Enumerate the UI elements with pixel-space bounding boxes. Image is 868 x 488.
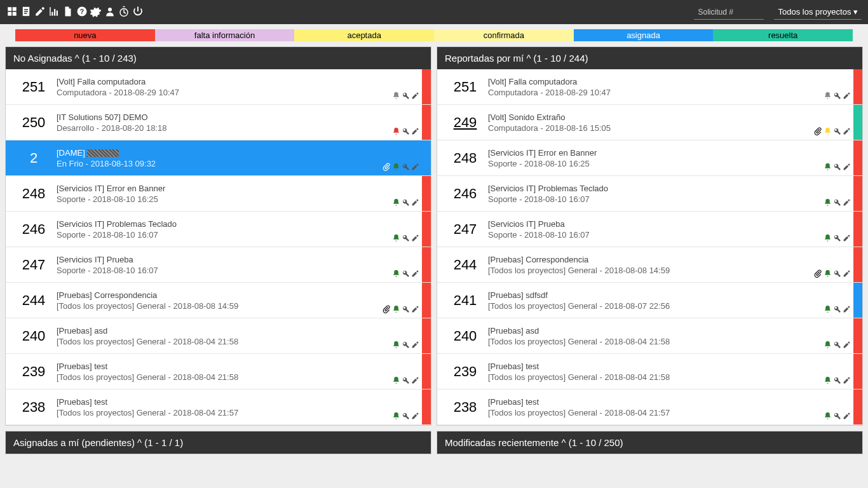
- edit-icon[interactable]: [34, 6, 46, 19]
- pencil-icon[interactable]: [843, 376, 851, 386]
- bell-green-icon[interactable]: [392, 198, 400, 208]
- pencil-icon[interactable]: [411, 269, 419, 280]
- status-falta-información[interactable]: falta información: [155, 29, 295, 41]
- panel-header-recently-modified[interactable]: Modificadas recientemente ^ (1 - 10 / 25…: [437, 431, 862, 454]
- pencil-icon[interactable]: [411, 341, 419, 351]
- bell-icon[interactable]: [392, 92, 400, 102]
- project-selector[interactable]: Todos los proyectos ▾: [774, 4, 862, 20]
- wrench-icon[interactable]: [833, 412, 841, 422]
- ticket-row[interactable]: 247[Servicios IT] PruebaSoporte - 2018-0…: [6, 247, 431, 283]
- wrench-icon[interactable]: [833, 92, 841, 102]
- help-icon[interactable]: [76, 6, 88, 19]
- bell-green-icon[interactable]: [824, 198, 832, 208]
- pencil-icon[interactable]: [411, 234, 419, 244]
- bell-green-icon[interactable]: [392, 341, 400, 351]
- status-nueva[interactable]: nueva: [15, 29, 155, 41]
- pencil-icon[interactable]: [411, 412, 419, 422]
- wrench-icon[interactable]: [833, 376, 841, 386]
- ticket-row[interactable]: 247[Servicios IT] PruebaSoporte - 2018-0…: [437, 212, 862, 247]
- ticket-row[interactable]: 238[Pruebas] test[Todos los proyectos] G…: [6, 390, 431, 425]
- bell-red-icon[interactable]: [392, 127, 400, 137]
- ticket-row[interactable]: 246[Servicios IT] Problemas TecladoSopor…: [437, 176, 862, 212]
- pencil-icon[interactable]: [843, 234, 851, 244]
- bell-green-icon[interactable]: [824, 412, 832, 422]
- ticket-row[interactable]: 248[Servicios IT] Error en BannerSoporte…: [6, 176, 431, 212]
- bell-green-icon[interactable]: [824, 305, 832, 315]
- status-asignada[interactable]: asignada: [574, 29, 714, 41]
- bell-green-icon[interactable]: [824, 269, 832, 280]
- power-icon[interactable]: [132, 6, 144, 19]
- panel-header-assigned-to-me[interactable]: Asignadas a mí (pendientes) ^ (1 - 1 / 1…: [6, 431, 431, 454]
- ticket-row[interactable]: 244[Pruebas] Correspondencia[Todos los p…: [437, 247, 862, 283]
- wrench-icon[interactable]: [402, 127, 410, 137]
- wrench-icon[interactable]: [833, 269, 841, 280]
- ticket-row[interactable]: 244[Pruebas] Correspondencia[Todos los p…: [6, 283, 431, 318]
- pencil-icon[interactable]: [843, 305, 851, 315]
- wrench-icon[interactable]: [402, 198, 410, 208]
- ticket-row[interactable]: 239[Pruebas] test[Todos los proyectos] G…: [6, 354, 431, 390]
- ticket-row[interactable]: 248[Servicios IT] Error en BannerSoporte…: [437, 140, 862, 176]
- pencil-icon[interactable]: [843, 269, 851, 280]
- clip-icon[interactable]: [383, 305, 391, 315]
- bell-green-icon[interactable]: [392, 376, 400, 386]
- bell-green-icon[interactable]: [392, 305, 400, 315]
- pencil-icon[interactable]: [843, 198, 851, 208]
- wrench-icon[interactable]: [833, 341, 841, 351]
- ticket-row[interactable]: 251[Volt] Falla computadoraComputadora -…: [437, 69, 862, 105]
- pencil-icon[interactable]: [411, 92, 419, 102]
- bell-green-icon[interactable]: [824, 163, 832, 173]
- ticket-row[interactable]: 250[IT Solutions 507] DEMODesarrollo - 2…: [6, 105, 431, 140]
- wrench-icon[interactable]: [402, 305, 410, 315]
- bell-green-icon[interactable]: [392, 269, 400, 280]
- status-resuelta[interactable]: resuelta: [713, 29, 853, 41]
- pencil-icon[interactable]: [843, 341, 851, 351]
- ticket-row[interactable]: 246[Servicios IT] Problemas TecladoSopor…: [6, 212, 431, 247]
- ticket-row[interactable]: 249[Volt] Sonido ExtrañoComputadora - 20…: [437, 105, 862, 140]
- ticket-row[interactable]: 239[Pruebas] test[Todos los proyectos] G…: [437, 354, 862, 390]
- bell-green-icon[interactable]: [824, 341, 832, 351]
- bell-green-icon[interactable]: [392, 412, 400, 422]
- pencil-icon[interactable]: [843, 412, 851, 422]
- ticket-row[interactable]: 241[Pruebas] sdfsdf[Todos los proyectos]…: [437, 283, 862, 318]
- chart-icon[interactable]: [48, 6, 60, 19]
- bell-icon[interactable]: [824, 92, 832, 102]
- clip-icon[interactable]: [814, 269, 822, 280]
- pencil-icon[interactable]: [843, 92, 851, 102]
- ticket-row[interactable]: 2[DAME] En Frio - 2018-08-13 09:32: [6, 140, 431, 176]
- wrench-icon[interactable]: [833, 305, 841, 315]
- wrench-icon[interactable]: [833, 127, 841, 137]
- pencil-icon[interactable]: [843, 127, 851, 137]
- dashboard-icon[interactable]: [6, 6, 18, 19]
- wrench-icon[interactable]: [833, 234, 841, 244]
- receipt-icon[interactable]: [20, 6, 32, 19]
- wrench-icon[interactable]: [833, 198, 841, 208]
- bell-yellow-icon[interactable]: [824, 127, 832, 137]
- pencil-icon[interactable]: [843, 163, 851, 173]
- document-icon[interactable]: [62, 6, 74, 19]
- bell-green-icon[interactable]: [824, 376, 832, 386]
- clip-icon[interactable]: [814, 127, 822, 137]
- clip-icon[interactable]: [383, 163, 391, 173]
- wrench-icon[interactable]: [402, 92, 410, 102]
- wrench-icon[interactable]: [402, 412, 410, 422]
- pencil-icon[interactable]: [411, 305, 419, 315]
- wrench-icon[interactable]: [402, 163, 410, 173]
- pencil-icon[interactable]: [411, 127, 419, 137]
- bell-green-icon[interactable]: [392, 234, 400, 244]
- wrench-icon[interactable]: [402, 341, 410, 351]
- panel-header-reported-by-me[interactable]: Reportadas por mí ^ (1 - 10 / 244): [437, 47, 862, 69]
- pencil-icon[interactable]: [411, 163, 419, 173]
- panel-header-unassigned[interactable]: No Asignadas ^ (1 - 10 / 243): [6, 47, 431, 69]
- ticket-row[interactable]: 238[Pruebas] test[Todos los proyectos] G…: [437, 390, 862, 425]
- wrench-icon[interactable]: [833, 163, 841, 173]
- ticket-row[interactable]: 240[Pruebas] asd[Todos los proyectos] Ge…: [6, 318, 431, 354]
- ticket-row[interactable]: 251[Volt] Falla computadoraComputadora -…: [6, 69, 431, 105]
- pencil-icon[interactable]: [411, 376, 419, 386]
- wrench-icon[interactable]: [402, 269, 410, 280]
- pencil-icon[interactable]: [411, 198, 419, 208]
- wrench-icon[interactable]: [402, 376, 410, 386]
- stopwatch-icon[interactable]: [118, 6, 130, 19]
- user-icon[interactable]: [104, 6, 116, 19]
- bell-green-icon[interactable]: [824, 234, 832, 244]
- ticket-row[interactable]: 240[Pruebas] asd[Todos los proyectos] Ge…: [437, 318, 862, 354]
